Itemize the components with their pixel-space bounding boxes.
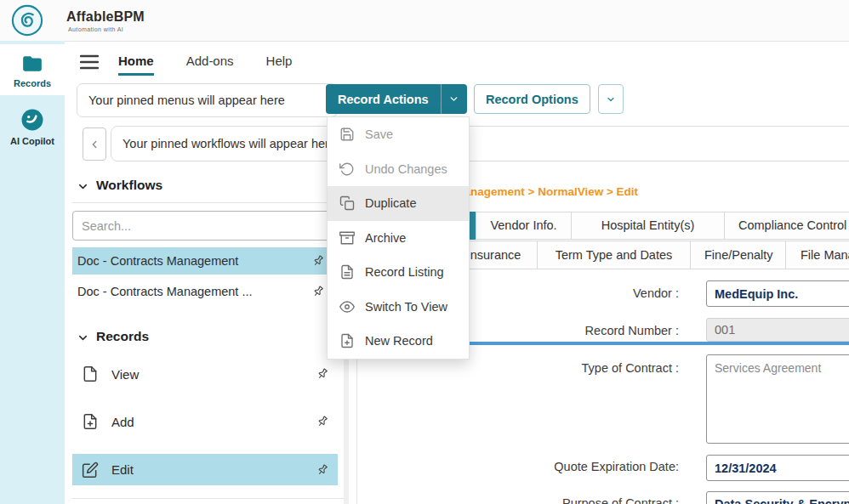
workflow-search-input[interactable]	[72, 211, 347, 241]
workflows-section-chevron-icon	[77, 180, 89, 193]
record-actions-split-button: Record Actions	[326, 84, 467, 114]
edit-icon	[82, 462, 99, 479]
sidebar-item-label: AI Copilot	[0, 136, 65, 146]
record-item-label: Edit	[111, 462, 134, 477]
pin-icon[interactable]	[313, 412, 332, 431]
record-options-button[interactable]: Record Options	[474, 84, 590, 114]
tab-vendor-info[interactable]: Vendor Info.	[476, 212, 572, 240]
tab-term-type-dates[interactable]: Term Type and Dates	[537, 241, 691, 269]
type-of-contract-textarea[interactable]: Services Agreement	[706, 354, 849, 444]
menu-item-undo-changes[interactable]: Undo Changes	[328, 152, 469, 187]
record-options-split-button: Record Options	[474, 84, 624, 114]
menu-item-label: Record Listing	[365, 265, 444, 279]
tab-fine-penalty[interactable]: Fine/Penalty	[690, 241, 786, 269]
menu-item-duplicate[interactable]: Duplicate	[328, 186, 469, 221]
workflow-item-contracts-management-2[interactable]: Doc - Contracts Management ...	[72, 278, 333, 305]
sidebar-item-label: Records	[0, 78, 65, 88]
menu-item-label: Save	[365, 127, 393, 141]
menu-item-label: Duplicate	[365, 196, 416, 210]
save-icon	[339, 127, 355, 142]
pin-icon[interactable]	[309, 252, 328, 270]
records-section-chevron-icon	[77, 331, 89, 344]
app-name: AffableBPM	[66, 9, 145, 25]
type-of-contract-label: Type of Contract :	[424, 361, 679, 375]
tab-add-ons[interactable]: Add-ons	[186, 54, 234, 76]
record-options-dropdown-toggle[interactable]	[598, 84, 624, 114]
workflows-section-header[interactable]: Workflows	[96, 178, 162, 193]
app-logo	[11, 4, 43, 37]
quote-expiration-input[interactable]	[706, 455, 849, 481]
records-section-header[interactable]: Records	[96, 329, 149, 344]
record-item-label: View	[111, 367, 139, 382]
workflow-item-contracts-management[interactable]: Doc - Contracts Management	[72, 247, 333, 275]
record-number-input	[706, 318, 849, 342]
divider	[72, 498, 349, 499]
tab-home[interactable]: Home	[118, 54, 154, 76]
archive-icon	[339, 230, 355, 246]
pin-icon[interactable]	[313, 365, 332, 383]
tab-file-management[interactable]: File Management	[785, 241, 849, 269]
switch-view-icon	[339, 299, 355, 314]
add-icon	[82, 413, 99, 430]
chevron-down-icon	[448, 93, 459, 105]
tab-hospital-entities[interactable]: Hospital Entity(s)	[571, 212, 725, 240]
records-icon	[0, 44, 65, 75]
app-sidebar: Records AI Copilot	[0, 41, 65, 504]
app-tagline: Automation with AI	[68, 26, 123, 32]
workflow-item-label: Doc - Contracts Management	[77, 254, 238, 268]
new-record-icon	[339, 333, 355, 348]
duplicate-icon	[339, 195, 355, 211]
pin-icon[interactable]	[313, 460, 332, 479]
record-actions-button[interactable]: Record Actions	[326, 84, 441, 114]
menu-item-label: Switch To View	[365, 300, 447, 314]
vendor-input[interactable]	[706, 280, 849, 307]
sidebar-item-ai-copilot[interactable]: AI Copilot	[0, 104, 65, 155]
quote-expiration-label: Quote Expiration Date:	[424, 460, 679, 473]
app-header: AffableBPM Automation with AI	[0, 0, 849, 42]
record-item-add[interactable]: Add	[72, 405, 338, 439]
purpose-of-contract-label: Purpose of Contract :	[424, 496, 679, 504]
record-item-edit[interactable]: Edit	[72, 454, 338, 485]
pin-icon[interactable]	[309, 282, 328, 301]
hamburger-menu-button[interactable]	[80, 54, 99, 70]
tab-compliance-control[interactable]: Compliance Control	[724, 212, 849, 240]
pinned-workflows-scroll-left-button[interactable]	[83, 127, 106, 161]
pinned-workflows-placeholder: Your pinned workflows will appear here	[111, 126, 849, 161]
undo-icon	[339, 161, 355, 177]
chevron-down-icon	[606, 94, 616, 105]
menu-item-label: Archive	[365, 231, 406, 245]
chevron-left-icon	[88, 139, 100, 150]
workflow-item-label: Doc - Contracts Management ...	[77, 285, 253, 298]
tab-help[interactable]: Help	[266, 54, 293, 76]
sidebar-item-records[interactable]: Records	[0, 44, 65, 95]
top-nav: Home Add-ons Help	[118, 54, 292, 76]
menu-item-label: New Record	[365, 334, 433, 348]
view-icon	[82, 365, 99, 382]
record-item-label: Add	[111, 415, 134, 429]
menu-item-new-record[interactable]: New Record	[328, 324, 469, 359]
menu-item-switch-to-view[interactable]: Switch To View	[328, 290, 469, 325]
menu-item-record-listing[interactable]: Record Listing	[328, 255, 469, 290]
record-listing-icon	[339, 264, 355, 280]
menu-item-label: Undo Changes	[365, 162, 447, 176]
record-actions-menu: Save Undo Changes Duplicate Archive	[327, 116, 470, 360]
record-actions-dropdown-toggle[interactable]	[441, 84, 467, 114]
menu-item-archive[interactable]: Archive	[328, 221, 469, 256]
menu-item-save[interactable]: Save	[328, 117, 469, 152]
ai-copilot-icon	[0, 104, 65, 133]
purpose-of-contract-input[interactable]	[706, 491, 849, 504]
pinned-menus-placeholder: Your pinned menus will appear here	[77, 83, 338, 117]
divider	[72, 202, 349, 203]
record-item-view[interactable]: View	[72, 357, 338, 391]
